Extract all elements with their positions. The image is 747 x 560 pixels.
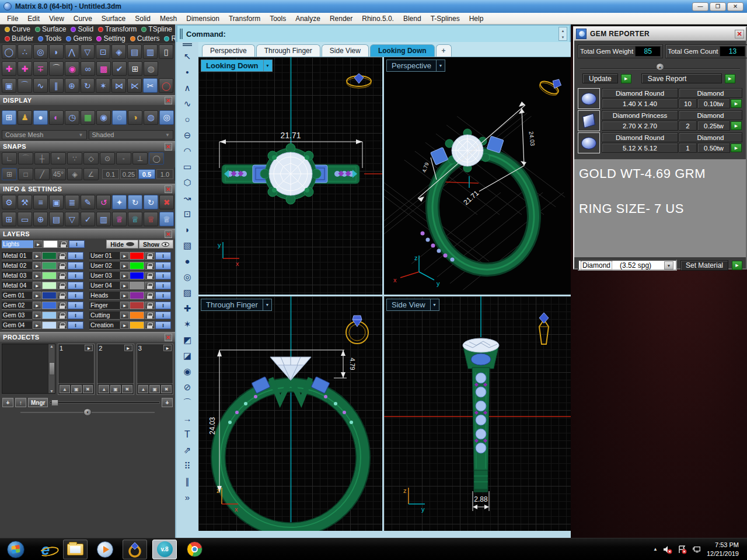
add-multi-icon[interactable]: ✚ bbox=[18, 61, 32, 76]
object-info-icon[interactable]: ▣ bbox=[49, 195, 64, 209]
layer-user-04[interactable]: User 04 bbox=[89, 282, 120, 290]
auto-builder-icon[interactable]: ⊞ bbox=[128, 61, 142, 76]
grid-size-0-1[interactable]: 0.1 bbox=[102, 169, 119, 179]
looking-down-canvas[interactable]: 21.71 bbox=[198, 57, 382, 295]
settings-gears-icon[interactable]: ⚙ bbox=[2, 195, 16, 209]
palette-tab-setting[interactable]: Setting bbox=[94, 34, 127, 43]
command-scroll[interactable]: ▲▼ bbox=[558, 27, 567, 41]
quad-view-icon[interactable]: ⊞ bbox=[2, 212, 16, 226]
perspective-viewport[interactable]: 21.71 24.03 4.79 z x y Perspective ▼ bbox=[384, 57, 571, 295]
layer-expand-icon[interactable]: ▶ bbox=[120, 302, 129, 309]
layer-visibility-toggle[interactable]: I bbox=[68, 312, 83, 319]
arc-tool-icon[interactable]: ◠ bbox=[178, 143, 197, 159]
tab-side-view[interactable]: Side View bbox=[322, 44, 369, 57]
filter-funnel-icon[interactable]: ▽ bbox=[65, 212, 79, 226]
polygon-tool-icon[interactable]: ⬡ bbox=[178, 174, 197, 190]
grid-size-0-5[interactable]: 0.5 bbox=[138, 169, 155, 179]
layer-color-swatch[interactable] bbox=[130, 262, 144, 270]
angle-snap-icon[interactable]: 45° bbox=[51, 168, 66, 180]
layer-color-swatch[interactable] bbox=[130, 272, 144, 279]
gem-go-button[interactable]: ▶ bbox=[731, 99, 742, 108]
project-play-icon[interactable]: ▶ bbox=[124, 345, 132, 351]
gem-swap-icon[interactable]: ↺ bbox=[96, 195, 111, 209]
point-snap-icon[interactable]: • bbox=[51, 152, 66, 164]
boolean-union-icon[interactable]: ◉ bbox=[178, 363, 197, 379]
primitives-icon[interactable]: ▣ bbox=[2, 78, 16, 93]
quadrant-snap-icon[interactable]: ◇ bbox=[83, 152, 99, 164]
point-tool-icon[interactable]: • bbox=[178, 64, 197, 80]
save-report-button[interactable]: Save Report bbox=[641, 74, 722, 83]
curve-points-icon[interactable]: ∿ bbox=[33, 78, 48, 93]
grid-snap-icon[interactable]: ⊞ bbox=[2, 168, 17, 180]
layer-gem-02[interactable]: Gem 02 bbox=[2, 302, 32, 310]
shade-mode-dropdown[interactable]: Shaded▼ bbox=[89, 130, 174, 139]
layer-visibility-toggle[interactable]: I bbox=[68, 272, 83, 279]
slider-knob[interactable]: ▲ bbox=[656, 63, 664, 71]
close-icon[interactable]: ✕ bbox=[735, 30, 744, 38]
layer-color-swatch[interactable] bbox=[42, 262, 57, 270]
shaded-sphere-icon[interactable]: ● bbox=[33, 110, 48, 125]
tab-looking-down[interactable]: Looking Down bbox=[370, 44, 435, 57]
layer-visibility-toggle[interactable]: I bbox=[155, 321, 171, 329]
palette-tab-tspline[interactable]: TSpline bbox=[139, 25, 174, 33]
looking-down-viewport[interactable]: 21.71 bbox=[198, 57, 382, 295]
array-tool-icon[interactable]: ⠿ bbox=[178, 458, 197, 474]
update-button[interactable]: Update bbox=[582, 74, 618, 83]
band-profile-icon[interactable]: ◗ bbox=[49, 44, 64, 59]
chevron-down-icon[interactable]: ▼ bbox=[263, 299, 271, 310]
gem-library-icon[interactable]: ▥ bbox=[143, 44, 158, 59]
close-button[interactable]: ✕ bbox=[727, 2, 743, 11]
palette-tab-builder[interactable]: Builder bbox=[2, 34, 36, 43]
layer-expand-icon[interactable]: ▶ bbox=[120, 292, 129, 299]
close-section-icon[interactable]: ✕ bbox=[165, 143, 172, 150]
unlink-icon[interactable]: ⋉ bbox=[127, 78, 142, 93]
layer-color-swatch[interactable] bbox=[42, 272, 57, 279]
join-parts-icon[interactable]: ✚ bbox=[178, 300, 197, 316]
layer-expand-icon[interactable]: ▶ bbox=[33, 282, 41, 289]
intersection-snap-icon[interactable]: ┼ bbox=[34, 152, 50, 164]
layer-gem-03[interactable]: Gem 03 bbox=[2, 312, 32, 320]
side-view-viewport[interactable]: 2.88 z y Side View ▼ bbox=[384, 296, 571, 531]
edit[interactable]: Edit bbox=[23, 14, 44, 23]
trim-tool-icon[interactable]: ◩ bbox=[178, 332, 197, 348]
surface[interactable]: Surface bbox=[97, 14, 130, 23]
gem-reporter-slider[interactable]: ▲ bbox=[580, 63, 740, 69]
lock-icon[interactable] bbox=[57, 252, 67, 260]
layer-expand-icon[interactable]: ▶ bbox=[120, 282, 129, 289]
project-play-icon[interactable]: ▶ bbox=[85, 345, 93, 351]
palette-tab-render[interactable]: Render bbox=[162, 34, 176, 43]
osnap-toggle-icon[interactable]: ◯ bbox=[149, 152, 164, 164]
monitor-icon[interactable]: ▭ bbox=[18, 212, 32, 226]
prong-setting-icon[interactable]: ⋀ bbox=[65, 44, 79, 59]
surface-plane-icon[interactable]: ⊡ bbox=[178, 206, 197, 222]
arc-blend-icon[interactable]: ⌒ bbox=[49, 61, 64, 76]
chevron-down-icon[interactable]: ▼ bbox=[436, 60, 445, 71]
layer-metal-01[interactable]: Metal 01 bbox=[2, 252, 32, 260]
viewport-label-perspective[interactable]: Perspective ▼ bbox=[386, 60, 445, 72]
media-player-icon[interactable] bbox=[93, 540, 117, 559]
layer-color-swatch[interactable] bbox=[42, 312, 57, 319]
texture-swap-icon[interactable]: ▩ bbox=[96, 61, 111, 76]
add-part-icon[interactable]: ✚ bbox=[2, 61, 16, 76]
bend-surface-icon[interactable]: ◗ bbox=[178, 222, 197, 237]
chrome-icon[interactable] bbox=[182, 540, 207, 559]
chevron-down-icon[interactable]: ▼ bbox=[664, 261, 673, 270]
lock-icon[interactable] bbox=[57, 302, 67, 309]
update-go-icon[interactable]: ▶ bbox=[621, 74, 631, 83]
command-prompt[interactable]: Command: bbox=[186, 30, 226, 38]
palette-tab-tools[interactable]: Tools bbox=[36, 34, 64, 43]
blend[interactable]: Blend bbox=[399, 14, 426, 23]
tab-perspective[interactable]: Perspective bbox=[202, 44, 255, 57]
grid-size-1-0[interactable]: 1.0 bbox=[156, 169, 173, 179]
project-up-button[interactable]: ↑ bbox=[15, 398, 26, 407]
notes-icon[interactable]: ✎ bbox=[81, 195, 95, 209]
close-section-icon[interactable]: ✕ bbox=[165, 186, 172, 193]
viewport-label-looking-down[interactable]: Looking Down ▼ bbox=[201, 60, 273, 72]
layer-color-swatch[interactable] bbox=[130, 312, 144, 319]
lock-icon[interactable] bbox=[57, 272, 67, 279]
mesh-shade-icon[interactable]: ◌ bbox=[112, 110, 127, 125]
project-slot-3[interactable]: 3▶▲▣✖ bbox=[137, 344, 173, 395]
project-manager-button[interactable]: Mngr bbox=[28, 398, 48, 407]
layer-gem-04[interactable]: Gem 04 bbox=[2, 321, 32, 330]
tangent-snap-icon[interactable]: ⌒ bbox=[18, 152, 33, 164]
